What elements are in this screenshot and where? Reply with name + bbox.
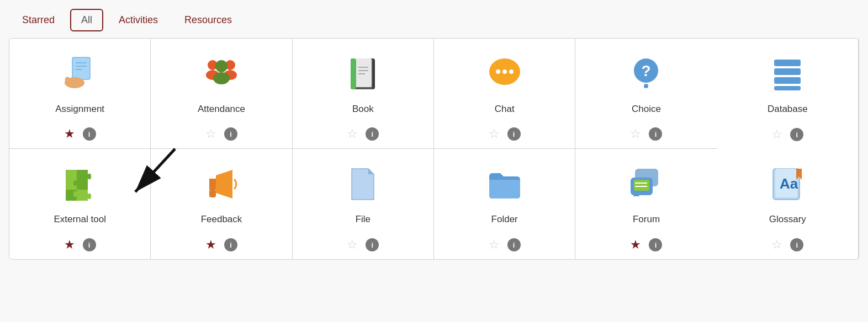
assignment-info[interactable]: i xyxy=(83,127,96,141)
file-label: File xyxy=(356,214,371,225)
svg-text:Aa: Aa xyxy=(780,175,798,192)
database-label: Database xyxy=(768,104,808,115)
svg-point-24 xyxy=(496,69,500,74)
cell-external-tool: External tool ★ i xyxy=(9,149,151,259)
external-tool-star[interactable]: ★ xyxy=(64,239,75,251)
chat-label: Chat xyxy=(495,104,515,115)
cell-feedback: Feedback ★ i xyxy=(151,149,292,259)
book-label: Book xyxy=(352,104,374,115)
cell-assignment: Assignment ★ i xyxy=(9,39,151,149)
svg-rect-2 xyxy=(72,57,90,79)
external-tool-info[interactable]: i xyxy=(83,238,96,251)
choice-label: Choice xyxy=(632,104,661,115)
assignment-star[interactable]: ★ xyxy=(64,128,75,140)
tab-resources[interactable]: Resources xyxy=(173,9,243,31)
chat-star[interactable]: ☆ xyxy=(489,128,500,140)
folder-star[interactable]: ☆ xyxy=(489,239,500,251)
svg-rect-33 xyxy=(774,86,801,90)
tab-starred[interactable]: Starred xyxy=(11,9,66,31)
database-icon xyxy=(768,54,807,94)
tab-bar: Starred All Activities Resources xyxy=(9,9,859,31)
forum-label: Forum xyxy=(633,214,660,225)
forum-star[interactable]: ★ xyxy=(630,239,641,251)
glossary-icon: Aa xyxy=(768,164,807,204)
chat-actions: ☆ i xyxy=(489,127,521,141)
book-info[interactable]: i xyxy=(366,127,379,141)
attendance-actions: ☆ i xyxy=(205,127,237,141)
cell-book: Book ☆ i xyxy=(293,39,434,149)
activity-grid: Assignment ★ i Attendance ☆ i xyxy=(9,38,859,260)
cell-attendance: Attendance ☆ i xyxy=(151,39,292,149)
svg-rect-30 xyxy=(774,60,801,66)
svg-point-14 xyxy=(213,72,230,84)
cell-glossary: Aa Glossary ☆ i xyxy=(717,149,859,259)
database-info[interactable]: i xyxy=(790,128,803,141)
svg-rect-32 xyxy=(774,77,801,84)
svg-point-26 xyxy=(509,69,514,74)
feedback-icon-area xyxy=(199,162,244,206)
cell-file: File ☆ i xyxy=(293,149,434,259)
attendance-info[interactable]: i xyxy=(224,127,237,141)
svg-point-25 xyxy=(502,69,507,74)
file-star[interactable]: ☆ xyxy=(347,239,358,251)
feedback-star[interactable]: ★ xyxy=(205,239,216,251)
file-icon-area xyxy=(341,162,385,206)
assignment-icon-area xyxy=(58,52,102,96)
assignment-icon xyxy=(60,54,100,94)
feedback-info[interactable]: i xyxy=(224,238,237,251)
cell-folder: Folder ☆ i xyxy=(434,149,575,259)
database-icon-area xyxy=(765,52,809,96)
svg-rect-18 xyxy=(351,58,356,89)
svg-marker-35 xyxy=(216,170,232,198)
cell-choice: ? Choice ☆ i xyxy=(575,39,717,149)
database-star[interactable]: ☆ xyxy=(771,128,782,141)
choice-actions: ☆ i xyxy=(630,127,662,141)
glossary-actions: ☆ i xyxy=(771,238,803,251)
forum-info[interactable]: i xyxy=(649,238,662,251)
svg-point-29 xyxy=(644,84,648,88)
external-tool-icon-area xyxy=(58,162,102,206)
attendance-star[interactable]: ☆ xyxy=(205,128,216,140)
attendance-label: Attendance xyxy=(198,104,245,115)
svg-marker-34 xyxy=(209,179,216,190)
cell-forum: Forum ★ i xyxy=(575,149,717,259)
glossary-star[interactable]: ☆ xyxy=(771,239,782,251)
svg-rect-31 xyxy=(774,68,801,75)
chat-icon-area xyxy=(483,52,527,96)
folder-icon-area xyxy=(483,162,527,206)
file-actions: ☆ i xyxy=(347,238,379,251)
choice-star[interactable]: ☆ xyxy=(630,128,641,140)
forum-icon-area xyxy=(624,162,668,206)
choice-icon: ? xyxy=(626,54,666,94)
tab-activities[interactable]: Activities xyxy=(108,9,169,31)
svg-text:?: ? xyxy=(642,62,651,79)
cell-chat: Chat ☆ i xyxy=(434,39,575,149)
forum-icon xyxy=(626,164,666,204)
tab-all[interactable]: All xyxy=(70,9,103,31)
svg-point-13 xyxy=(215,60,227,72)
choice-info[interactable]: i xyxy=(649,127,662,141)
database-actions: ☆ i xyxy=(771,128,803,141)
feedback-actions: ★ i xyxy=(205,238,237,251)
svg-rect-40 xyxy=(634,180,649,191)
external-tool-actions: ★ i xyxy=(64,238,96,251)
external-tool-label: External tool xyxy=(54,214,106,225)
glossary-label: Glossary xyxy=(769,214,806,225)
glossary-info[interactable]: i xyxy=(790,238,803,251)
folder-actions: ☆ i xyxy=(489,238,521,251)
forum-actions: ★ i xyxy=(630,238,662,251)
book-icon xyxy=(343,54,383,94)
chat-info[interactable]: i xyxy=(507,127,521,141)
choice-icon-area: ? xyxy=(624,52,668,96)
book-icon-area xyxy=(341,52,385,96)
glossary-icon-area: Aa xyxy=(765,162,809,206)
folder-icon xyxy=(485,164,525,204)
svg-rect-36 xyxy=(209,190,216,197)
external-tool-icon xyxy=(60,164,100,204)
folder-label: Folder xyxy=(491,214,518,225)
book-star[interactable]: ☆ xyxy=(347,128,358,140)
feedback-icon xyxy=(202,164,241,204)
file-info[interactable]: i xyxy=(366,238,379,251)
folder-info[interactable]: i xyxy=(507,238,521,251)
attendance-icon xyxy=(202,54,241,94)
